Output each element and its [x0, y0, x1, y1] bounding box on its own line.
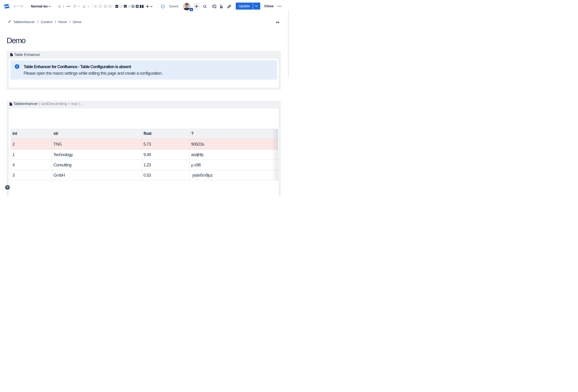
- svg-text:3: 3: [98, 7, 99, 8]
